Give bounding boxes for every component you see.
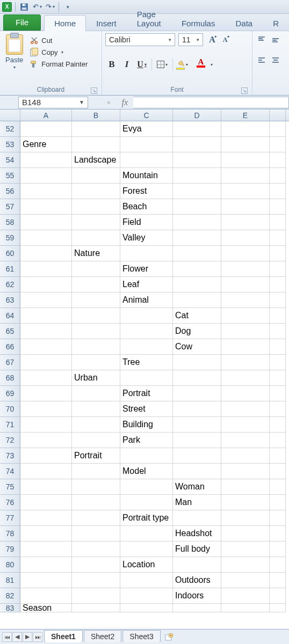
- row-header-80[interactable]: 80: [0, 557, 20, 573]
- cell-D52[interactable]: [173, 121, 221, 137]
- cell-C75[interactable]: [120, 479, 173, 495]
- cell-D77[interactable]: [173, 510, 221, 526]
- italic-button[interactable]: I: [120, 58, 133, 71]
- new-sheet-button[interactable]: [163, 632, 176, 642]
- cell-B77[interactable]: [72, 510, 120, 526]
- cell-B52[interactable]: [72, 121, 120, 137]
- cell-C59[interactable]: Valley: [120, 230, 173, 246]
- cell-E65[interactable]: [221, 324, 270, 339]
- cell-C66[interactable]: [120, 339, 173, 355]
- cell-C70[interactable]: Street: [120, 401, 173, 417]
- cell-B65[interactable]: [72, 324, 120, 339]
- paste-button[interactable]: Paste ▾: [3, 33, 25, 85]
- row-header-68[interactable]: 68: [0, 370, 20, 386]
- cell-E54[interactable]: [221, 152, 270, 168]
- cell[interactable]: [270, 448, 286, 464]
- row-header-59[interactable]: 59: [0, 230, 20, 246]
- cell[interactable]: [270, 152, 286, 168]
- column-header-D[interactable]: D: [173, 109, 221, 121]
- cell[interactable]: [270, 464, 286, 479]
- cell-A76[interactable]: [20, 495, 72, 510]
- cell-D70[interactable]: [173, 401, 221, 417]
- row-header-72[interactable]: 72: [0, 433, 20, 448]
- cell-A80[interactable]: [20, 557, 72, 573]
- row-header-70[interactable]: 70: [0, 401, 20, 417]
- copy-button[interactable]: Copy ▾: [28, 47, 89, 57]
- cell-C64[interactable]: [120, 308, 173, 324]
- cell[interactable]: [270, 137, 286, 152]
- cell-B80[interactable]: [72, 557, 120, 573]
- cell-D75[interactable]: Woman: [173, 479, 221, 495]
- cell-A74[interactable]: [20, 464, 72, 479]
- cell-E59[interactable]: [221, 230, 270, 246]
- cell-C61[interactable]: Flower: [120, 261, 173, 277]
- cell-A53[interactable]: Genre: [20, 137, 72, 152]
- customize-qat-icon[interactable]: ▾: [62, 2, 73, 12]
- cell-A67[interactable]: [20, 355, 72, 370]
- cell-D83[interactable]: [173, 604, 221, 612]
- cell[interactable]: [270, 386, 286, 401]
- cell-A58[interactable]: [20, 215, 72, 230]
- cell-E78[interactable]: [221, 526, 270, 541]
- row-header-83[interactable]: 83: [0, 604, 20, 612]
- row-header-67[interactable]: 67: [0, 355, 20, 370]
- tab-review[interactable]: R: [263, 15, 289, 31]
- cell-A83[interactable]: Season: [20, 604, 72, 612]
- cell-B79[interactable]: [72, 541, 120, 557]
- cell-E60[interactable]: [221, 246, 270, 261]
- cell-A59[interactable]: [20, 230, 72, 246]
- cell[interactable]: [270, 324, 286, 339]
- cell[interactable]: [270, 401, 286, 417]
- cell-B82[interactable]: [72, 588, 120, 604]
- font-size-selector[interactable]: 11▾: [178, 33, 203, 46]
- cell-C72[interactable]: Park: [120, 433, 173, 448]
- column-header-A[interactable]: A: [20, 109, 72, 121]
- tab-data[interactable]: Data: [225, 15, 263, 31]
- row-header-56[interactable]: 56: [0, 184, 20, 199]
- row-header-82[interactable]: 82: [0, 588, 20, 604]
- cell[interactable]: [270, 526, 286, 541]
- name-box[interactable]: B148▼: [18, 97, 88, 108]
- sheet-nav-last-icon[interactable]: ⏭: [33, 632, 42, 642]
- bold-button[interactable]: B: [105, 58, 118, 71]
- chevron-down-icon[interactable]: ▾: [197, 37, 199, 42]
- row-header-74[interactable]: 74: [0, 464, 20, 479]
- chevron-down-icon[interactable]: ▾: [211, 62, 213, 67]
- tab-home[interactable]: Home: [44, 15, 86, 31]
- cell-E73[interactable]: [221, 448, 270, 464]
- cell-E74[interactable]: [221, 464, 270, 479]
- cell-E63[interactable]: [221, 292, 270, 308]
- cell-D56[interactable]: [173, 184, 221, 199]
- cell-E83[interactable]: [221, 604, 270, 612]
- row-header-57[interactable]: 57: [0, 199, 20, 215]
- cell-B66[interactable]: [72, 339, 120, 355]
- cell-A63[interactable]: [20, 292, 72, 308]
- shrink-font-button[interactable]: A: [219, 33, 231, 46]
- row-header-77[interactable]: 77: [0, 510, 20, 526]
- cell-A72[interactable]: [20, 433, 72, 448]
- cell-D78[interactable]: Headshot: [173, 526, 221, 541]
- sheet-nav-first-icon[interactable]: ⏮: [2, 632, 12, 642]
- dialog-launcher-icon[interactable]: ↘: [91, 87, 97, 94]
- cell-A78[interactable]: [20, 526, 72, 541]
- cell[interactable]: [270, 261, 286, 277]
- cell-E66[interactable]: [221, 339, 270, 355]
- cell-C80[interactable]: Location: [120, 557, 173, 573]
- cell[interactable]: [270, 230, 286, 246]
- tab-page-layout[interactable]: Page Layout: [127, 6, 171, 31]
- cell-D64[interactable]: Cat: [173, 308, 221, 324]
- row-header-53[interactable]: 53: [0, 137, 20, 152]
- tab-formulas[interactable]: Formulas: [171, 15, 226, 31]
- cell-D65[interactable]: Dog: [173, 324, 221, 339]
- underline-button[interactable]: U▾: [135, 58, 148, 71]
- cell-B74[interactable]: [72, 464, 120, 479]
- chevron-down-icon[interactable]: ▾: [39, 4, 42, 9]
- cell-D66[interactable]: Cow: [173, 339, 221, 355]
- select-all-corner[interactable]: [0, 109, 20, 121]
- cell-C55[interactable]: Mountain: [120, 168, 173, 184]
- cell-C58[interactable]: Field: [120, 215, 173, 230]
- fx-icon[interactable]: fx: [121, 98, 128, 107]
- cell-E72[interactable]: [221, 433, 270, 448]
- cell-A70[interactable]: [20, 401, 72, 417]
- cell[interactable]: [270, 433, 286, 448]
